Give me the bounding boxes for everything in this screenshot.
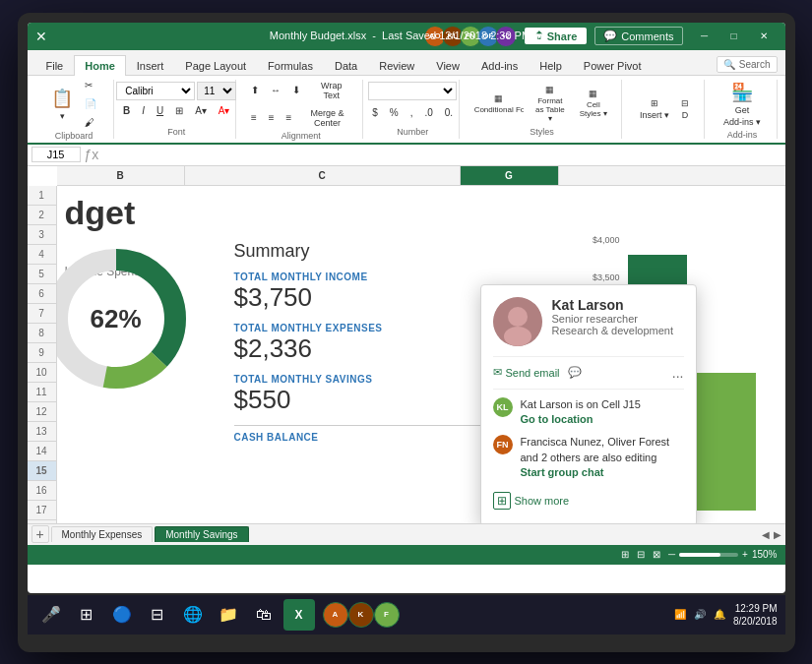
tab-data[interactable]: Data [324, 55, 368, 76]
align-right-button[interactable]: ≡ [281, 109, 297, 126]
more-options-button[interactable]: ... [672, 365, 684, 381]
align-center-button[interactable]: ≡ [264, 109, 280, 126]
align-bottom-button[interactable]: ⬇ [287, 82, 305, 98]
border-button[interactable]: ⊞ [170, 102, 188, 119]
format-as-table-button[interactable]: ▦ Format as Table ▾ [531, 82, 570, 126]
add-sheet-button[interactable]: + [31, 525, 49, 543]
conditional-formatting-button[interactable]: ▦ Conditional Formatting [469, 91, 529, 117]
row-7: 7 [28, 304, 56, 324]
font-name-selector[interactable]: Calibri [116, 82, 195, 100]
font-size-selector[interactable]: 11 [197, 82, 236, 100]
title-bar-left: ✕ [35, 29, 47, 44]
send-email-button[interactable]: ✉ Send email [493, 366, 560, 379]
increase-decimal-button[interactable]: .0 [419, 104, 437, 121]
show-more-button[interactable]: ⊞ Show more [493, 488, 570, 513]
ribbon-group-font: Calibri 11 B I U ⊞ A▾ A▾ Font [118, 80, 236, 139]
search-taskbar-icon[interactable]: 🔵 [106, 599, 138, 631]
comma-button[interactable]: , [406, 104, 418, 121]
get-addins-button[interactable]: 🏪 Get Add-ins ▾ [718, 79, 766, 130]
delete-button[interactable]: ⊟D [676, 95, 694, 123]
fill-color-button[interactable]: A▾ [190, 102, 212, 119]
insert-cells-button[interactable]: ⊞Insert ▾ [635, 95, 674, 123]
editing-info-row: FN Francisca Nunez, Oliver Forest and 2 … [493, 435, 684, 480]
store-icon[interactable]: 🛍 [248, 599, 280, 631]
scroll-left-icon[interactable]: ◀ [762, 529, 770, 540]
tab-view[interactable]: View [425, 55, 470, 76]
col-header-g: G [461, 166, 559, 185]
donut-chart: 62% [57, 240, 195, 397]
col-header-b: B [57, 166, 185, 185]
percent-button[interactable]: % [385, 104, 404, 121]
styles-group-label: Styles [530, 127, 554, 137]
formula-input[interactable] [102, 149, 781, 160]
tab-power-pivot[interactable]: Power Pivot [573, 55, 653, 76]
minimize-button[interactable]: ─ [691, 27, 718, 46]
bold-button[interactable]: B [118, 102, 135, 119]
microphone-icon[interactable]: 🎤 [35, 599, 67, 631]
view-normal-icon[interactable]: ⊞ [621, 549, 629, 560]
tab-addins[interactable]: Add-ins [470, 55, 529, 76]
zoom-slider[interactable] [679, 553, 738, 557]
tab-formulas[interactable]: Formulas [257, 55, 324, 76]
edge-icon[interactable]: 🌐 [177, 599, 209, 631]
row-10: 10 [28, 363, 56, 383]
number-format-selector[interactable]: General [368, 82, 457, 100]
row-15: 15 [28, 461, 56, 481]
notification-icon: 🔔 [714, 609, 725, 620]
cut-button[interactable]: ✂ [80, 77, 101, 93]
start-group-chat-link[interactable]: Start group chat [521, 465, 684, 480]
sheet-tab-monthly-savings[interactable]: Monthly Savings [155, 526, 248, 542]
popup-person-title: Senior researcher [552, 313, 674, 325]
align-left-button[interactable]: ≡ [246, 109, 262, 126]
column-headers: B C G [57, 166, 785, 186]
svg-point-4 [508, 307, 528, 327]
tab-home[interactable]: Home [74, 55, 126, 76]
decrease-decimal-button[interactable]: 0. [440, 104, 458, 121]
tab-help[interactable]: Help [529, 55, 573, 76]
paste-button[interactable]: 📋▾ [46, 85, 78, 124]
tab-review[interactable]: Review [368, 55, 425, 76]
format-painter-button[interactable]: 🖌 [80, 114, 101, 131]
summary-title: Summary [234, 241, 480, 262]
merge-center-button[interactable]: Merge & Center [298, 105, 355, 131]
income-value: $3,750 [234, 282, 480, 313]
chat-button[interactable]: 💬 [568, 366, 582, 379]
tab-file[interactable]: File [35, 55, 75, 76]
view-pagebreak-icon[interactable]: ⊠ [653, 549, 660, 560]
italic-button[interactable]: I [137, 102, 150, 119]
font-color-button[interactable]: A▾ [214, 102, 235, 119]
row-11: 11 [28, 383, 56, 402]
taskbar-running-apps: A K F [327, 602, 400, 628]
taskbar-clock[interactable]: 12:29 PM 8/20/2018 [733, 602, 778, 628]
view-layout-icon[interactable]: ⊟ [637, 549, 645, 560]
ribbon-group-insert: ⊞Insert ▾ ⊟D [626, 80, 705, 139]
comments-button[interactable]: 💬 Comments [594, 27, 682, 45]
window-controls: ─ □ ✕ [691, 27, 778, 46]
popup-actions: ✉ Send email 💬 ... [493, 356, 684, 390]
tab-insert[interactable]: Insert [126, 55, 175, 76]
maximize-button[interactable]: □ [720, 27, 748, 46]
network-icon: 📶 [674, 609, 686, 620]
copy-button[interactable]: 📄 [80, 95, 101, 112]
tab-page-layout[interactable]: Page Layout [174, 55, 257, 76]
go-to-location-link[interactable]: Go to location [521, 412, 641, 427]
align-top-button[interactable]: ⬆ [246, 82, 264, 98]
zoom-in-button[interactable]: + [742, 549, 748, 560]
excel-taskbar-icon[interactable]: X [283, 599, 315, 631]
file-explorer-icon[interactable]: 📁 [213, 599, 244, 631]
row-6: 6 [28, 284, 56, 304]
underline-button[interactable]: U [152, 102, 168, 119]
task-view-icon[interactable]: ⊟ [142, 599, 173, 631]
search-box[interactable]: 🔍 Search [717, 56, 778, 73]
wrap-text-button[interactable]: Wrap Text [307, 78, 356, 103]
currency-button[interactable]: $ [367, 104, 383, 121]
close-button[interactable]: ✕ [750, 27, 778, 46]
scroll-right-icon[interactable]: ▶ [774, 529, 781, 540]
zoom-out-button[interactable]: ─ [668, 549, 675, 560]
cell-styles-button[interactable]: ▦ Cell Styles ▾ [572, 86, 614, 121]
align-middle-button[interactable]: ↔ [266, 82, 285, 98]
windows-start-icon[interactable]: ⊞ [71, 599, 102, 631]
formula-bar: J15 ƒx [28, 145, 785, 166]
summary-section: Summary TOTAL MONTHLY INCOME $3,750 TOTA… [234, 241, 480, 443]
sheet-tab-monthly-expenses[interactable]: Monthly Expenses [51, 526, 154, 542]
